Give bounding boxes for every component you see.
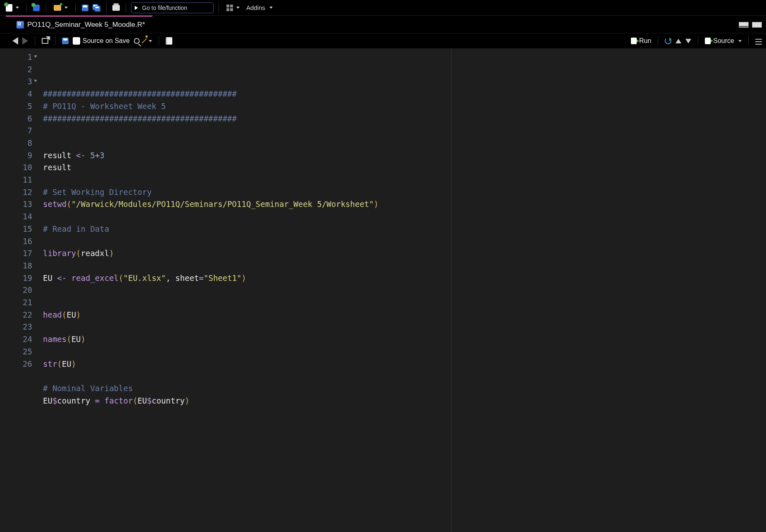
nav-forward-button[interactable] [22,37,28,45]
separator [26,3,27,12]
code-line[interactable]: ########################################… [43,113,766,125]
code-line[interactable]: names(EU) [43,333,766,346]
show-in-new-window-button[interactable] [42,38,48,44]
separator [35,36,35,45]
line-number: 20 [0,284,32,297]
code-line[interactable]: EU <- read_excel("EU.xlsx", sheet="Sheet… [43,272,766,285]
code-line[interactable]: library(readxl) [43,247,766,260]
nav-back-button[interactable] [12,37,18,45]
code-line[interactable]: ########################################… [43,88,766,100]
code-line[interactable]: setwd("/Warwick/Modules/PO11Q/Seminars/P… [43,198,766,211]
save-button[interactable] [81,3,90,12]
line-number: 4 [0,88,32,100]
run-button[interactable]: Run [631,37,651,45]
code-line[interactable]: result [43,162,766,174]
run-previous-chunks-button[interactable] [676,39,681,43]
code-line[interactable]: head(EU) [43,309,766,321]
open-folder-icon [54,5,61,11]
code-line[interactable] [43,125,766,137]
source-button[interactable]: Source [705,37,742,45]
code-line[interactable]: # Set Working Directory [43,186,766,199]
rerun-button[interactable] [665,38,671,44]
code-editor[interactable]: 1234567891011121314151617181920212223242… [0,49,766,532]
code-line[interactable]: result <- 5+3 [43,150,766,162]
new-project-button[interactable] [32,3,41,12]
code-line[interactable] [43,211,766,223]
code-line[interactable]: # Nominal Variables [43,382,766,395]
run-next-chunk-button[interactable] [685,39,691,43]
line-number: 25 [0,346,32,358]
r-file-icon [17,21,24,28]
fold-marker-icon[interactable] [34,80,37,82]
print-icon [112,5,120,11]
line-number: 5 [0,100,32,113]
notebook-icon [166,37,172,45]
line-number: 11 [0,174,32,186]
save-document-button[interactable] [62,38,69,44]
code-content[interactable]: ########################################… [38,49,766,532]
margin-guide [451,49,452,532]
minimize-pane-button[interactable] [739,22,749,28]
line-number: 19 [0,272,32,285]
separator [159,36,159,45]
code-line[interactable] [43,137,766,150]
search-icon [134,38,140,44]
run-icon [631,38,637,44]
outline-icon [755,38,762,44]
source-label: Source [713,37,734,45]
open-file-button[interactable] [51,3,70,12]
source-on-save-label: Source on Save [83,37,130,45]
code-tools-button[interactable] [144,38,152,44]
separator [55,36,55,45]
code-line[interactable] [43,321,766,333]
code-line[interactable]: EU$country = factor(EU$country) [43,395,766,407]
separator [748,36,749,45]
code-line[interactable]: # Read in Data [43,223,766,235]
code-line[interactable] [43,297,766,309]
grid-icon [226,5,233,11]
code-line[interactable]: str(EU) [43,358,766,370]
separator [126,3,126,12]
line-number: 12 [0,186,32,199]
line-number: 14 [0,211,32,223]
separator [46,3,46,12]
line-number: 21 [0,297,32,309]
code-line[interactable] [43,370,766,382]
line-number: 2 [0,64,32,76]
goto-file-function-input[interactable]: Go to file/function [131,2,214,13]
new-project-icon [33,5,40,11]
code-line[interactable] [43,174,766,186]
separator [658,36,658,45]
source-icon [705,38,711,44]
goto-placeholder: Go to file/function [142,5,187,11]
find-replace-button[interactable] [134,38,140,44]
code-line[interactable] [43,284,766,297]
code-line[interactable] [43,235,766,248]
editor-tab[interactable]: PO11Q_Seminar_Week 5_Moodle.R* [17,21,145,29]
maximize-pane-button[interactable] [752,22,762,28]
separator [106,3,107,12]
document-outline-button[interactable] [755,38,762,44]
print-button[interactable] [112,3,121,12]
save-all-button[interactable] [92,3,101,12]
code-line[interactable] [43,260,766,272]
chevron-down-icon [149,40,152,42]
code-line[interactable] [43,346,766,358]
source-on-save-toggle[interactable]: Source on Save [73,37,130,45]
line-number: 24 [0,333,32,346]
popout-icon [42,38,48,44]
panes-button[interactable] [224,3,242,12]
addins-menu[interactable]: Addins [246,4,273,11]
chevron-down-icon [64,7,68,9]
goto-arrow-icon [135,6,138,10]
separator [698,36,698,45]
line-number: 23 [0,321,32,333]
code-line[interactable]: # PO11Q - Worksheet Week 5 [43,100,766,113]
new-file-button[interactable] [3,3,21,12]
editor-tab-filename: PO11Q_Seminar_Week 5_Moodle.R* [27,21,145,29]
line-number: 8 [0,137,32,150]
save-icon [82,5,88,11]
fold-marker-icon[interactable] [34,55,37,58]
line-number: 16 [0,235,32,248]
compile-report-button[interactable] [166,37,172,45]
